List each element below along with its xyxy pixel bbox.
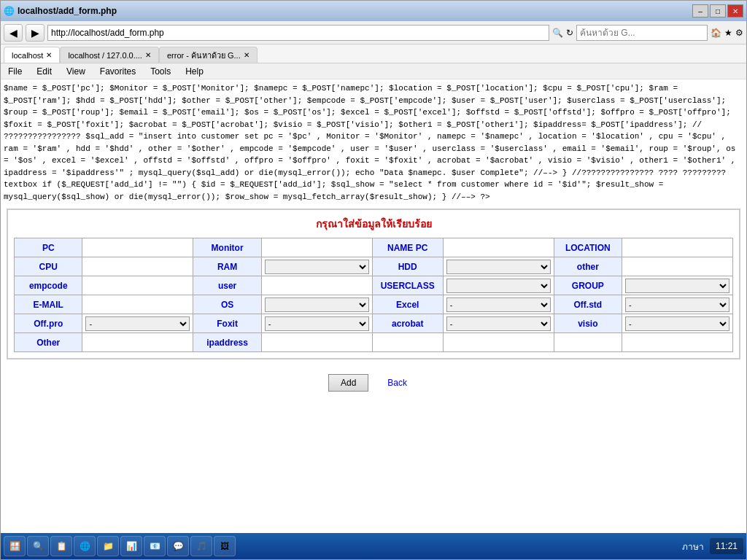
close-button[interactable]: ✕ <box>727 4 743 18</box>
monitor-input[interactable] <box>265 241 369 255</box>
back-button[interactable]: ◀ <box>4 24 23 42</box>
search-input[interactable] <box>576 25 708 41</box>
acrobat-select[interactable]: - <box>446 316 551 331</box>
monitor-input-cell <box>261 238 372 257</box>
pc-label: PC <box>15 238 82 257</box>
taskbar-app-4[interactable]: 📁 <box>97 536 119 556</box>
hdd-input-cell <box>443 257 554 276</box>
menu-help[interactable]: Help <box>181 65 208 78</box>
os-select[interactable] <box>265 298 369 312</box>
hdd-label: HDD <box>372 257 443 276</box>
visio-select[interactable]: - <box>625 316 729 331</box>
table-row: Off.pro - Foxit - acrobat - visio - <box>15 314 733 333</box>
taskbar-app-8[interactable]: 🎵 <box>190 536 212 556</box>
group-label: GROUP <box>554 276 622 295</box>
offpro-input-cell: - <box>82 314 193 333</box>
empty-cell-3 <box>554 333 622 352</box>
offpro-label: Off.pro <box>15 314 82 333</box>
taskbar-app-3[interactable]: 🌐 <box>74 536 96 556</box>
other-input[interactable] <box>625 260 729 274</box>
namepc-input[interactable] <box>446 241 551 255</box>
ipaddress-label: ipaddress <box>193 333 261 352</box>
taskbar-app-5[interactable]: 📊 <box>120 536 142 556</box>
other2-input-cell <box>82 333 193 352</box>
excel-select[interactable]: - <box>446 298 551 312</box>
hdd-select[interactable] <box>446 260 551 274</box>
taskbar-lang: ภาษา <box>682 540 704 553</box>
taskbar-app-7[interactable]: 💬 <box>167 536 189 556</box>
tab-close-error-icon[interactable]: ✕ <box>244 51 249 59</box>
taskbar-app-6[interactable]: 📧 <box>144 536 166 556</box>
namepc-input-cell <box>443 238 554 257</box>
menu-file[interactable]: File <box>4 65 26 78</box>
start-button[interactable]: 🪟 <box>4 536 26 556</box>
address-bar[interactable] <box>47 25 549 41</box>
other2-input[interactable] <box>85 335 190 350</box>
forward-button[interactable]: ▶ <box>26 24 44 42</box>
userclass-select[interactable] <box>446 279 551 293</box>
pc-input-cell <box>82 238 193 257</box>
acrobat-input-cell: - <box>443 314 554 333</box>
menu-favorites[interactable]: Favorites <box>96 65 140 78</box>
taskbar-app-2[interactable]: 📋 <box>50 536 72 556</box>
pc-input[interactable] <box>85 241 190 255</box>
home-icon[interactable]: 🏠 <box>711 28 721 38</box>
menu-edit[interactable]: Edit <box>32 65 56 78</box>
offstd-select[interactable]: - <box>625 298 729 312</box>
tab-error[interactable]: error - ค้นหาด้วย G... ✕ <box>159 47 258 63</box>
maximize-button[interactable]: □ <box>710 4 726 18</box>
menu-view[interactable]: View <box>62 65 90 78</box>
minimize-button[interactable]: – <box>692 4 708 18</box>
empty-cell-4 <box>622 333 733 352</box>
location-input[interactable] <box>625 241 729 255</box>
add-button[interactable]: Add <box>328 374 368 392</box>
offpro-select[interactable]: - <box>85 316 190 331</box>
user-input-cell <box>261 276 372 295</box>
content-area: $name = $_POST['pc']; $Monitor = $_POST[… <box>1 79 746 533</box>
tab-bar: localhost ✕ localhost / 127.0.0.... ✕ er… <box>1 44 746 63</box>
tab-close-pma-icon[interactable]: ✕ <box>145 51 151 59</box>
cpu-label: CPU <box>15 257 82 276</box>
location-label: LOCATION <box>554 238 622 257</box>
group-select[interactable] <box>625 279 729 293</box>
email-input[interactable] <box>85 298 190 312</box>
tab-label: localhost <box>12 51 43 60</box>
ram-select[interactable] <box>265 260 369 274</box>
empcode-input[interactable] <box>85 279 190 293</box>
foxit-label: Foxit <box>193 314 261 333</box>
settings-icon[interactable]: ⚙ <box>735 28 743 38</box>
button-row: Add Back <box>4 368 743 397</box>
tab-pma[interactable]: localhost / 127.0.0.... ✕ <box>60 47 159 63</box>
refresh-icon[interactable]: ↻ <box>566 28 573 38</box>
star-icon[interactable]: ★ <box>724 28 732 38</box>
form-title: กรุณาใส่ข้อมูลให้เรียบร้อย <box>14 216 733 232</box>
search-icon: 🔍 <box>552 28 563 38</box>
title-bar-controls: – □ ✕ <box>692 4 743 18</box>
cpu-input[interactable] <box>85 260 190 274</box>
user-input[interactable] <box>265 279 369 293</box>
taskbar-app-1[interactable]: 🔍 <box>27 536 49 556</box>
back-link[interactable]: Back <box>376 375 419 391</box>
tab-close-icon[interactable]: ✕ <box>46 51 52 59</box>
menu-tools[interactable]: Tools <box>146 65 175 78</box>
userclass-input-cell <box>443 276 554 295</box>
tab-label-pma: localhost / 127.0.0.... <box>68 51 142 60</box>
user-label: user <box>193 276 261 295</box>
table-row: PC Monitor NAME PC LOCATION <box>15 238 733 257</box>
taskbar-app-9[interactable]: 🖼 <box>214 536 236 556</box>
empty-cell-2 <box>443 333 554 352</box>
empty-cell-1 <box>372 333 443 352</box>
taskbar-clock: 11:21 <box>710 538 743 554</box>
ram-input-cell <box>261 257 372 276</box>
ipaddress-input[interactable] <box>265 335 369 350</box>
email-input-cell <box>82 295 193 314</box>
table-row: Other ipaddress <box>15 333 733 352</box>
ram-label: RAM <box>193 257 261 276</box>
tab-localhost[interactable]: localhost ✕ <box>4 47 60 63</box>
foxit-select[interactable]: - <box>265 316 369 331</box>
form-table: PC Monitor NAME PC LOCATION CPU RAM HDD <box>14 238 733 352</box>
offstd-label: Off.std <box>554 295 622 314</box>
table-row: empcode user USERCLASS GROUP <box>15 276 733 295</box>
offstd-input-cell: - <box>622 295 733 314</box>
taskbar-right: ภาษา 11:21 <box>682 538 743 554</box>
